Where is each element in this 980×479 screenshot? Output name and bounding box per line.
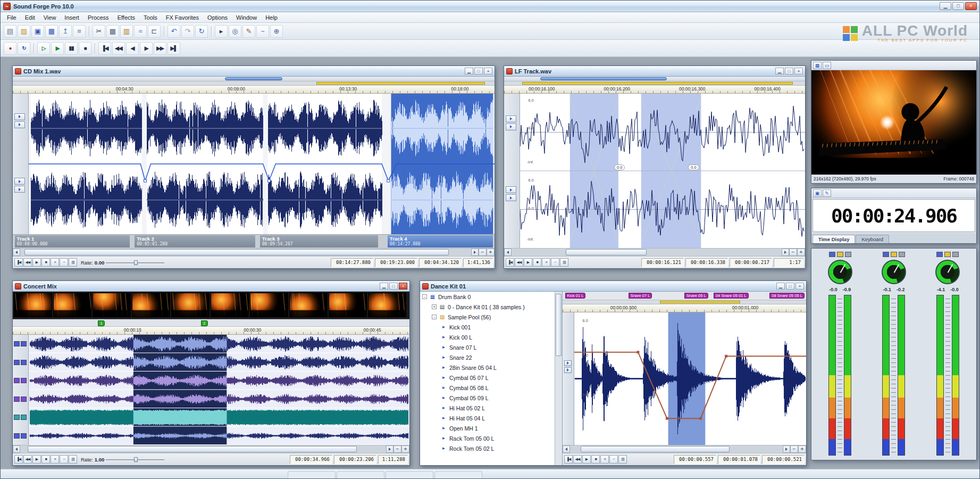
- marker-flag[interactable]: 08 Snare 05 05 L: [769, 293, 805, 299]
- menu-process[interactable]: Process: [83, 13, 113, 22]
- meter-gray-button[interactable]: [952, 252, 959, 257]
- go-to-start-icon[interactable]: ▐◀: [506, 258, 514, 267]
- rate-slider[interactable]: [106, 457, 164, 462]
- concert-horizontal-scrollbar[interactable]: − +: [13, 445, 409, 453]
- concert-title-bar[interactable]: Concert Mix ▁ □ ×: [13, 281, 409, 292]
- transport-button-stop[interactable]: ■: [79, 42, 91, 55]
- toolbar-button-undo[interactable]: ↶: [167, 25, 180, 38]
- tab-time-display[interactable]: Time Display: [813, 235, 855, 243]
- meter-gray-button[interactable]: [899, 252, 905, 257]
- tree-item[interactable]: ►Cymbal 05 08 L: [420, 383, 555, 393]
- tree-item[interactable]: ►Cymbal 05 09 L: [420, 393, 555, 403]
- toolbar-button-trim[interactable]: ⊏: [148, 25, 161, 38]
- marker-flag[interactable]: 2: [201, 320, 207, 326]
- toolbar-button-zoom-in[interactable]: ⊕: [270, 25, 283, 38]
- loop-region[interactable]: [316, 82, 485, 85]
- lftrack-loop-bar[interactable]: [504, 81, 805, 86]
- toolbar-button-pencil-tool[interactable]: ✎: [242, 25, 255, 38]
- cdmix-waveform-canvas[interactable]: [29, 94, 495, 234]
- transport-button-go-to-end[interactable]: ▶▌: [167, 42, 180, 55]
- view-list-icon[interactable]: ≡: [542, 258, 550, 267]
- view-list-icon[interactable]: ≡: [51, 455, 59, 464]
- tree-item-root[interactable]: -▦Drum Bank 0: [420, 292, 555, 302]
- scroll-left-button[interactable]: [13, 445, 20, 453]
- dancekit-title-bar[interactable]: Dance Kit 01 ▁ □ ×: [420, 281, 806, 292]
- transport-button-loop-playback[interactable]: ↻: [18, 42, 30, 55]
- track-arm-button[interactable]: [14, 433, 20, 439]
- lftrack-horizontal-scrollbar[interactable]: − +: [504, 248, 805, 256]
- toolbar-button-paste[interactable]: ▥: [120, 25, 133, 38]
- zoom-in-button[interactable]: +: [487, 249, 495, 256]
- tree-item[interactable]: ►Snare 22: [420, 352, 555, 362]
- zoom-out-button[interactable]: −: [393, 445, 401, 453]
- dancekit-maximize-button[interactable]: □: [786, 283, 794, 290]
- taskbar-item[interactable]: [386, 471, 433, 478]
- go-to-start-icon[interactable]: ▐◀: [564, 455, 573, 464]
- cdmix-loop-bar[interactable]: [13, 81, 495, 86]
- previous-icon[interactable]: ◀◀: [573, 455, 582, 464]
- meter-blue-button[interactable]: [936, 252, 943, 257]
- lftrack-maximize-button[interactable]: □: [785, 68, 793, 75]
- tree-item[interactable]: ►Kick 001: [420, 322, 555, 332]
- dancekit-waveform-canvas[interactable]: [574, 312, 806, 445]
- cdmix-close-button[interactable]: ×: [484, 68, 492, 75]
- concert-close-button[interactable]: ×: [399, 283, 407, 290]
- meter-yellow-button[interactable]: [891, 252, 897, 257]
- channel1-options-button[interactable]: [14, 121, 25, 128]
- track-mute-button[interactable]: [21, 360, 27, 365]
- channel2-arm-button[interactable]: [14, 178, 25, 185]
- scroll-left-button[interactable]: [13, 249, 20, 256]
- zoom-in-button[interactable]: +: [401, 445, 409, 453]
- transport-button-play-all[interactable]: ▷: [37, 42, 50, 55]
- go-to-start-icon[interactable]: ▐◀: [14, 455, 23, 464]
- minimize-button[interactable]: ▁: [940, 2, 951, 10]
- view-list-icon[interactable]: ≡: [600, 455, 609, 464]
- channel2-options-button[interactable]: [14, 186, 25, 193]
- loop-region[interactable]: [522, 82, 793, 85]
- menu-insert[interactable]: Insert: [60, 13, 83, 22]
- marker-flag[interactable]: 1: [98, 320, 104, 326]
- track-mute-button[interactable]: [21, 341, 27, 346]
- cdmix-maximize-button[interactable]: □: [474, 68, 483, 75]
- lftrack-close-button[interactable]: ×: [794, 68, 803, 75]
- dancekit-tree[interactable]: -▦Drum Bank 0+▤0 - Dance Kit 01 ( 38 sam…: [420, 292, 555, 465]
- maximize-button[interactable]: □: [952, 2, 964, 10]
- scroll-right-button[interactable]: [783, 445, 790, 453]
- view-wave-icon[interactable]: ~: [60, 258, 68, 267]
- dancekit-horizontal-scrollbar[interactable]: − +: [563, 445, 806, 453]
- rate-slider-thumb[interactable]: [134, 260, 138, 265]
- scrollbar-thumb[interactable]: [556, 294, 562, 356]
- tree-expander-icon[interactable]: +: [432, 304, 437, 309]
- taskbar-item[interactable]: [434, 471, 482, 478]
- cdmix-title-bar[interactable]: CD Mix 1.wav ▁ □ ×: [13, 66, 495, 77]
- view-levels-icon[interactable]: ▥: [69, 455, 77, 464]
- menu-tools[interactable]: Tools: [139, 13, 162, 22]
- toolbar-button-save[interactable]: ▣: [31, 25, 44, 38]
- tree-item[interactable]: ►Rack Tom 05 00 L: [420, 433, 555, 443]
- transport-button-record[interactable]: ●: [4, 42, 16, 55]
- zoom-in-button[interactable]: +: [798, 445, 806, 453]
- transport-button-fast-forward[interactable]: ▶▶: [154, 42, 166, 55]
- track-label[interactable]: Track 300:09:54.267: [260, 235, 378, 247]
- channel1-options-button[interactable]: [506, 123, 516, 130]
- view-levels-icon[interactable]: ▥: [560, 258, 568, 267]
- menu-help[interactable]: Help: [261, 13, 282, 22]
- taskbar-item[interactable]: [288, 471, 336, 478]
- track-arm-button[interactable]: [14, 360, 20, 365]
- dancekit-ruler[interactable]: 00:00:00.50000:00:01.000: [563, 304, 806, 312]
- scroll-right-button[interactable]: [386, 445, 393, 453]
- lftrack-ruler[interactable]: 00:00:16.10000:00:16.20000:00:16.30000:0…: [504, 86, 805, 94]
- toolbar-button-copy[interactable]: ▩: [106, 25, 119, 38]
- zoom-out-button[interactable]: −: [479, 249, 487, 256]
- marker-flag[interactable]: 04 Snare 05 01 L: [714, 293, 749, 299]
- channel2-options-button[interactable]: [506, 194, 516, 201]
- toolbar-button-repeat[interactable]: ↻: [195, 25, 208, 38]
- toolbar-button-new-file[interactable]: ▤: [4, 25, 16, 38]
- toolbar-button-envelope-tool[interactable]: ~: [256, 25, 269, 38]
- channel-options-button[interactable]: [564, 367, 572, 373]
- track-mute-button[interactable]: [21, 433, 27, 439]
- tab-keyboard[interactable]: Keyboard: [856, 235, 889, 243]
- tree-item[interactable]: ►Hi Hat 05 04 L: [420, 413, 555, 423]
- play-icon[interactable]: ▶: [524, 258, 532, 267]
- track-label[interactable]: Track 200:05:01.280: [135, 235, 255, 247]
